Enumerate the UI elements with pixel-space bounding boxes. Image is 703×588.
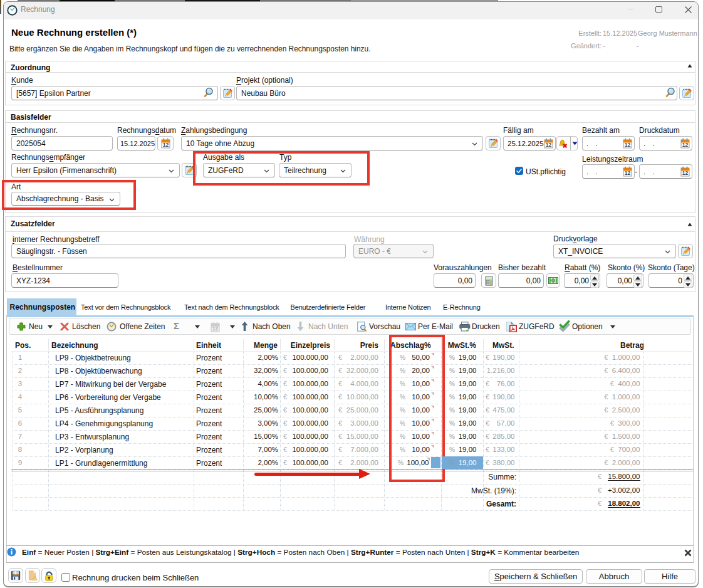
- svg-text:12: 12: [682, 170, 689, 176]
- svg-text:12: 12: [212, 325, 219, 332]
- svg-text:12: 12: [682, 142, 689, 148]
- svg-text:12: 12: [625, 170, 631, 176]
- svg-text:12: 12: [163, 142, 169, 148]
- svg-text:12: 12: [625, 142, 631, 148]
- svg-text:12: 12: [546, 142, 552, 148]
